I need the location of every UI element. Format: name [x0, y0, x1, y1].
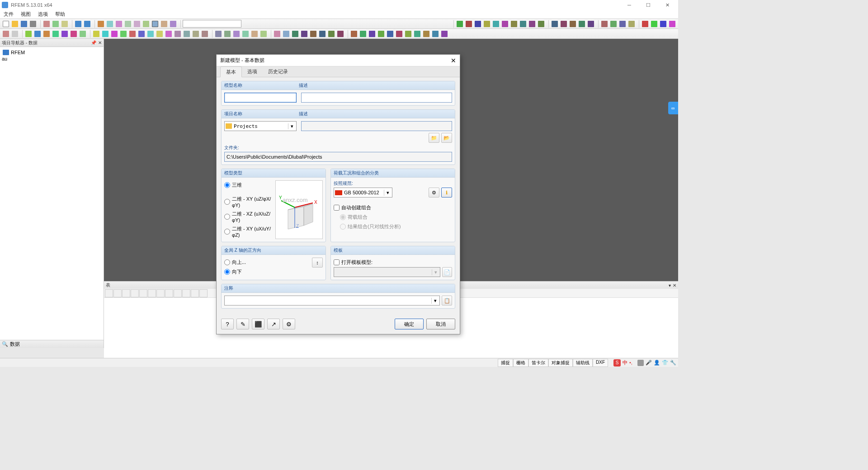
- tool-v7[interactable]: [510, 20, 518, 28]
- ok-button[interactable]: 确定: [395, 319, 424, 329]
- radio-2d-xz[interactable]: 二维 - XZ (uX/uZ/φY): [224, 209, 275, 224]
- tp-btn-8[interactable]: [165, 289, 173, 297]
- status-dxf[interactable]: DXF: [593, 359, 608, 367]
- t2-m[interactable]: [119, 30, 127, 38]
- t2-am[interactable]: [368, 30, 376, 38]
- t2-al[interactable]: [359, 30, 367, 38]
- t2-ak[interactable]: [350, 30, 358, 38]
- t2-b[interactable]: [11, 30, 19, 38]
- t2-d[interactable]: [33, 30, 42, 38]
- tp-close-icon[interactable]: ✕: [673, 283, 676, 288]
- t2-ap[interactable]: [395, 30, 403, 38]
- tool-b[interactable]: [106, 20, 114, 28]
- project-browse-button[interactable]: 📁: [429, 133, 439, 143]
- tp-btn-3[interactable]: [122, 289, 130, 297]
- comment-input[interactable]: ▾: [224, 296, 440, 306]
- menu-file[interactable]: 文件: [4, 11, 14, 18]
- transfer-button[interactable]: ↗: [267, 319, 280, 329]
- status-snap[interactable]: 捕捉: [498, 359, 513, 367]
- tool-v14[interactable]: [578, 20, 586, 28]
- nav-close-icon[interactable]: ✕: [98, 40, 102, 45]
- t2-r[interactable]: [165, 30, 173, 38]
- tp-btn-4[interactable]: [131, 289, 139, 297]
- tool-cut[interactable]: [42, 20, 51, 28]
- help-button[interactable]: ?: [221, 319, 234, 329]
- tp-btn-10[interactable]: [182, 289, 190, 297]
- tool-v21[interactable]: [650, 20, 658, 28]
- t2-g[interactable]: [61, 30, 69, 38]
- tool-redo[interactable]: [83, 20, 91, 28]
- tool-a[interactable]: [97, 20, 105, 28]
- model-description-input[interactable]: [301, 93, 452, 103]
- t2-ah[interactable]: [318, 30, 326, 38]
- t2-aa[interactable]: [250, 30, 259, 38]
- tool-i[interactable]: [169, 20, 177, 28]
- tp-btn-9[interactable]: [174, 289, 182, 297]
- t2-ag[interactable]: [309, 30, 317, 38]
- t2-e[interactable]: [42, 30, 51, 38]
- tp-btn-6[interactable]: [148, 289, 156, 297]
- tray-skin-icon[interactable]: 👕: [662, 360, 668, 366]
- tool-copy[interactable]: [52, 20, 60, 28]
- tool-v5[interactable]: [492, 20, 500, 28]
- settings-button[interactable]: ⚙: [283, 319, 295, 329]
- t2-x[interactable]: [223, 30, 231, 38]
- standard-settings-button[interactable]: ⚙: [429, 188, 439, 197]
- radio-2d-xy2[interactable]: 二维 - XY (uX/uY/φZ): [224, 224, 275, 239]
- project-manage-button[interactable]: 📂: [441, 133, 452, 143]
- tool-save[interactable]: [20, 20, 28, 28]
- tray-mic-icon[interactable]: 🎤: [646, 360, 652, 366]
- t2-aq[interactable]: [404, 30, 412, 38]
- tool-v18[interactable]: [618, 20, 627, 28]
- radio-3d[interactable]: 三维: [224, 180, 275, 190]
- radio-down[interactable]: 向下: [224, 267, 312, 277]
- tray-punct-icon[interactable]: •,: [629, 360, 636, 366]
- tool-open[interactable]: [11, 20, 19, 28]
- t2-l[interactable]: [110, 30, 118, 38]
- tab-basic[interactable]: 基本: [220, 66, 242, 77]
- tool-v23[interactable]: [668, 20, 676, 28]
- t2-u[interactable]: [192, 30, 200, 38]
- tab-options[interactable]: 选项: [242, 66, 263, 77]
- tool-paste[interactable]: [61, 20, 69, 28]
- tool-undo[interactable]: [74, 20, 82, 28]
- tool-g[interactable]: [151, 20, 159, 28]
- tool-h[interactable]: [160, 20, 168, 28]
- t2-n[interactable]: [128, 30, 137, 38]
- t2-ac[interactable]: [273, 30, 281, 38]
- tool-v11[interactable]: [551, 20, 559, 28]
- tp-btn-2[interactable]: [113, 289, 122, 297]
- t2-z[interactable]: [241, 30, 250, 38]
- tp-pin-icon[interactable]: ▾: [669, 283, 671, 288]
- model-name-input[interactable]: [224, 93, 297, 103]
- template-browse-button[interactable]: 📄: [442, 267, 452, 277]
- tray-user-icon[interactable]: 👤: [654, 360, 660, 366]
- tool-v9[interactable]: [528, 20, 536, 28]
- tool-e[interactable]: [133, 20, 141, 28]
- radio-up[interactable]: 向上...: [224, 258, 312, 267]
- minimize-button[interactable]: ─: [620, 0, 638, 9]
- cancel-button[interactable]: 取消: [426, 319, 455, 329]
- tp-btn-1[interactable]: [105, 289, 113, 297]
- navigator-tab-data[interactable]: 数据: [10, 341, 20, 348]
- status-cartesian[interactable]: 笛卡尔: [528, 359, 548, 367]
- z-axis-orient-button[interactable]: ↕: [312, 258, 323, 268]
- cloud-side-tab[interactable]: ∞: [668, 102, 678, 114]
- t2-t[interactable]: [183, 30, 191, 38]
- tool-v10[interactable]: [537, 20, 545, 28]
- tool-f[interactable]: [142, 20, 150, 28]
- toolbar-dropdown[interactable]: [183, 20, 241, 28]
- t2-v[interactable]: [201, 30, 209, 38]
- tool-v6[interactable]: [501, 20, 509, 28]
- menu-help[interactable]: 帮助: [55, 11, 65, 18]
- t2-ao[interactable]: [386, 30, 394, 38]
- search-icon[interactable]: 🔍: [2, 341, 8, 347]
- t2-w[interactable]: [214, 30, 222, 38]
- tray-tool-icon[interactable]: 🔧: [670, 360, 676, 366]
- t2-ab[interactable]: [259, 30, 268, 38]
- tool-v1[interactable]: [456, 20, 464, 28]
- menu-options[interactable]: 选项: [38, 11, 48, 18]
- t2-q[interactable]: [156, 30, 164, 38]
- tool-v15[interactable]: [587, 20, 595, 28]
- tp-btn-5[interactable]: [139, 289, 147, 297]
